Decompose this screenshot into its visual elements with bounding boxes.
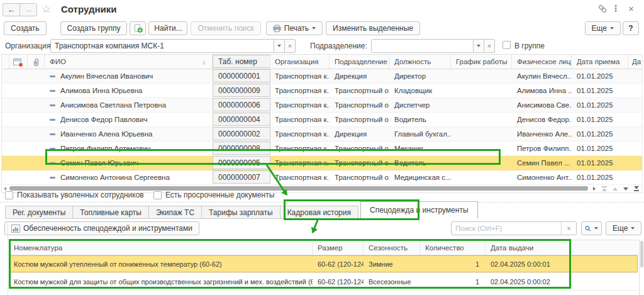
column-header-dept[interactable]: Подразделение <box>330 55 389 69</box>
employee-row[interactable]: Акулин Вячеслав Иванович0000000001Трансп… <box>2 69 642 84</box>
tab[interactable]: Кадровая история <box>280 206 358 219</box>
column-header-fio[interactable]: ФИО ↓ <box>45 55 213 69</box>
equipment-search: × <box>451 221 577 235</box>
create-button[interactable]: Создать <box>4 21 47 35</box>
help-button[interactable]: ? <box>623 21 639 35</box>
employee-row[interactable]: Симоненко Антонина Сергеевна0000000007Тр… <box>2 170 642 185</box>
go-first-row-button[interactable] <box>599 185 609 192</box>
search-button[interactable] <box>581 221 602 235</box>
column-header-season[interactable]: Сезонность <box>364 240 420 255</box>
person-icon <box>50 162 55 164</box>
chevron-down-icon <box>631 227 635 230</box>
column-header-org[interactable]: Организация <box>270 55 330 69</box>
edit-selected-button[interactable]: Изменить выделенные <box>326 21 420 35</box>
bar-chart-icon <box>11 225 20 233</box>
report-label: Обеспеченность спецодеждой и инструмента… <box>23 224 192 233</box>
annotation-arrow-tab-to-table <box>313 220 318 233</box>
chevron-down-icon <box>610 27 614 30</box>
window-menu-icon[interactable]: ⋮ <box>611 3 620 13</box>
equipment-table-header: Номенклатура Размер Сезонность Количеств… <box>9 240 638 255</box>
separator <box>0 202 644 203</box>
tab[interactable]: Топливные карты <box>72 206 149 219</box>
employee-row[interactable]: Иванченко Алена Юрьевна0000000002Транспо… <box>2 127 642 142</box>
employee-row[interactable]: Семин Павел Юрьевич0000000005Транспортна… <box>2 156 642 170</box>
person-icon <box>50 119 55 121</box>
equipment-table-body: Костюм мужской утепленный от пониженных … <box>9 255 638 291</box>
employee-name: Денисов Федор Павлович <box>60 116 147 123</box>
employees-table-header: ФИО ↓ Таб. номер Организация Подразделен… <box>2 54 642 69</box>
column-header-cut[interactable]: Дат <box>628 55 641 69</box>
overdue-docs-checkbox[interactable] <box>153 191 162 199</box>
page-title: Сотрудники <box>61 4 116 14</box>
find-button[interactable]: Найти... <box>148 21 187 35</box>
column-header-qty[interactable]: Количество <box>420 240 486 255</box>
employees-table-body: Акулин Вячеслав Иванович0000000001Трансп… <box>2 69 642 185</box>
column-header-nomenclature[interactable]: Номенклатура <box>9 240 313 255</box>
new-from-icon-button[interactable] <box>130 21 146 35</box>
go-prev-row-button[interactable] <box>610 185 619 192</box>
row-navigation-buttons <box>599 185 641 192</box>
column-header-position[interactable]: Должность <box>389 55 451 69</box>
column-header-person[interactable]: Физическое лицо <box>512 55 572 69</box>
org-filter-label: Организация: <box>5 42 53 50</box>
column-header-tab-no[interactable]: Таб. номер <box>213 55 270 68</box>
in-group-checkbox[interactable] <box>502 41 511 49</box>
tab-active[interactable]: Спецодежда и инструменты <box>360 201 478 219</box>
employee-row[interactable]: Алимова Инна Юрьевна0000000009Транспортн… <box>2 84 642 98</box>
printer-icon <box>273 25 281 32</box>
column-header-schedule[interactable]: График работы <box>451 55 512 69</box>
employee-row[interactable]: Анисимова Светлана Петровна0000000006Тра… <box>2 98 642 113</box>
search-input[interactable] <box>452 222 561 235</box>
show-fired-label: Показывать уволенных сотрудников <box>17 191 144 199</box>
go-next-row-button[interactable] <box>621 185 630 192</box>
get-link-icon[interactable] <box>597 4 608 16</box>
vscroll-thumb[interactable] <box>640 241 643 267</box>
person-icon <box>50 90 55 92</box>
print-button[interactable]: Печать <box>266 21 323 35</box>
tab[interactable]: Экипаж ТС <box>148 206 202 219</box>
forward-button[interactable]: → <box>19 3 37 16</box>
create-group-button[interactable]: Создать группу <box>60 21 128 35</box>
tab[interactable]: Рег. документы <box>5 206 73 219</box>
status-column-icon[interactable] <box>9 55 28 69</box>
chevron-down-icon <box>312 27 316 30</box>
column-header-issue-date[interactable]: Дата выдачи <box>486 240 570 255</box>
scroll-left-icon[interactable] <box>4 187 6 191</box>
employee-row[interactable]: Петров Филипп Артемович0000000008Транспо… <box>2 142 642 156</box>
employee-name: Алимова Инна Юрьевна <box>60 87 143 94</box>
employee-name: Петров Филипп Артемович <box>60 145 151 152</box>
attachment-column-icon[interactable] <box>28 55 45 69</box>
dept-filter-value[interactable] <box>371 39 474 53</box>
employee-name: Иванченко Алена Юрьевна <box>60 130 152 138</box>
equipment-report-button[interactable]: Обеспеченность спецодеждой и инструмента… <box>4 221 199 235</box>
employee-row[interactable]: Денисов Федор Павлович0000000004Транспор… <box>2 113 642 127</box>
close-icon[interactable]: × <box>628 3 634 14</box>
search-clear-button[interactable]: × <box>561 222 576 235</box>
column-header-hired[interactable]: Дата приема <box>572 55 628 69</box>
overdue-docs-label: Есть просроченные документы <box>165 191 274 199</box>
dept-filter-combo: × <box>371 39 495 53</box>
equipment-row[interactable]: Костюм мужской для защиты от общих произ… <box>9 273 638 291</box>
more-button-bottom[interactable]: Еще <box>606 221 641 235</box>
column-header-size[interactable]: Размер <box>313 240 364 255</box>
equipment-row[interactable]: Костюм мужской утепленный от пониженных … <box>9 255 638 273</box>
favorite-star-icon[interactable]: ☆ <box>42 3 51 16</box>
org-clear-button[interactable]: × <box>285 39 296 53</box>
cancel-search-button[interactable]: Отменить поиск <box>191 21 260 35</box>
tab[interactable]: Тарифы зарплаты <box>201 206 280 219</box>
org-filter-value[interactable]: Транспортная компания МСК-1 <box>50 39 274 53</box>
go-last-row-button[interactable] <box>631 185 641 192</box>
dept-dropdown-button[interactable] <box>474 39 484 53</box>
employees-window: ← → ☆ Сотрудники ⋮ × Создать Создать гру… <box>0 0 644 295</box>
dept-clear-button[interactable]: × <box>484 39 495 53</box>
more-button-top[interactable]: Еще <box>585 21 621 35</box>
show-fired-checkbox[interactable] <box>5 191 13 199</box>
scroll-right-icon[interactable] <box>593 187 596 191</box>
person-icon <box>50 104 55 106</box>
org-dropdown-button[interactable] <box>274 39 285 53</box>
equipment-vscrollbar[interactable] <box>639 240 644 295</box>
hscroll-thumb[interactable] <box>9 186 588 191</box>
paperclip-icon <box>32 57 40 66</box>
equipment-table: Номенклатура Размер Сезонность Количеств… <box>9 240 638 291</box>
back-button[interactable]: ← <box>3 3 20 16</box>
